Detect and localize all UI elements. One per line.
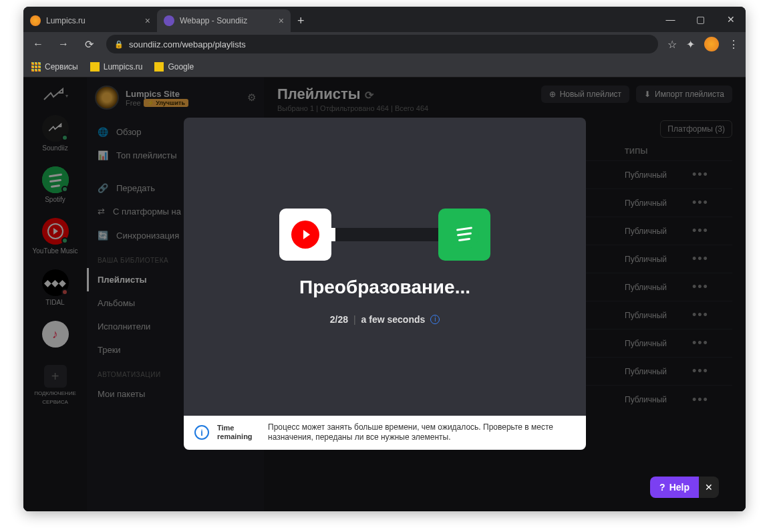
titlebar: Lumpics.ru × Webapp - Soundiiz × + — ▢ ✕: [23, 7, 746, 32]
window-controls: — ▢ ✕: [655, 7, 746, 32]
maximize-button[interactable]: ▢: [685, 7, 716, 32]
bookmark-label: Google: [168, 62, 194, 72]
info-icon: i: [194, 425, 209, 440]
progress-count: 2/28: [330, 314, 348, 325]
bookmark-label: Lumpics.ru: [104, 62, 143, 72]
app-content: ▾ Soundiiz Spotify: [23, 78, 746, 511]
help-button[interactable]: ?Help: [650, 477, 699, 498]
close-icon[interactable]: ×: [145, 15, 150, 26]
eta-text: a few seconds: [361, 314, 426, 325]
bookmark-services[interactable]: Сервисы: [31, 62, 78, 72]
bookmarks-bar: Сервисы Lumpics.ru Google: [23, 56, 746, 78]
star-icon[interactable]: ☆: [667, 38, 677, 51]
spotify-icon: [450, 220, 479, 249]
modal-footer: i Time remaining Процесс может занять бо…: [184, 416, 586, 450]
transfer-visual: [279, 209, 490, 261]
tab-label: Lumpics.ru: [46, 16, 86, 25]
help-close[interactable]: ✕: [699, 477, 719, 498]
tabs: Lumpics.ru × Webapp - Soundiiz × +: [23, 9, 655, 32]
help-icon: ?: [659, 482, 665, 493]
tab-lumpics[interactable]: Lumpics.ru ×: [23, 9, 157, 32]
addr-actions: ☆ ✦ ⋮: [667, 37, 739, 51]
youtube-music-icon: [291, 221, 319, 249]
close-icon[interactable]: ×: [279, 15, 284, 26]
close-button[interactable]: ✕: [716, 7, 746, 32]
folder-icon: [154, 62, 164, 72]
help-label: Help: [669, 482, 689, 493]
modal-subtitle: 2/28 | a few seconds i: [330, 314, 440, 325]
modal-title: Преобразование...: [299, 277, 470, 298]
lock-icon: 🔒: [114, 40, 124, 49]
address-bar: ← → ⟳ 🔒 soundiiz.com/webapp/playlists ☆ …: [23, 32, 746, 56]
profile-avatar[interactable]: [704, 37, 719, 51]
footer-text: Процесс может занять больше времени, чем…: [268, 422, 575, 443]
minimize-button[interactable]: —: [655, 7, 685, 32]
modal-body: Преобразование... 2/28 | a few seconds i: [184, 118, 586, 416]
forward-button[interactable]: →: [55, 38, 71, 50]
url-text: soundiiz.com/webapp/playlists: [129, 39, 246, 49]
progress-bar: [331, 228, 438, 241]
browser-window: Lumpics.ru × Webapp - Soundiiz × + — ▢ ✕…: [23, 7, 746, 511]
extensions-icon[interactable]: ✦: [686, 38, 695, 51]
info-icon[interactable]: i: [430, 315, 440, 324]
folder-icon: [90, 62, 100, 72]
favicon-lumpics: [30, 15, 41, 26]
tab-soundiiz[interactable]: Webapp - Soundiiz ×: [157, 9, 291, 32]
conversion-modal: Преобразование... 2/28 | a few seconds i…: [184, 118, 586, 450]
progress-fill: [331, 228, 335, 241]
favicon-soundiiz: [164, 15, 174, 26]
new-tab-button[interactable]: +: [291, 14, 311, 28]
tab-label: Webapp - Soundiiz: [180, 16, 247, 25]
bookmark-google[interactable]: Google: [154, 62, 194, 72]
reload-button[interactable]: ⟳: [81, 38, 97, 51]
bookmark-label: Сервисы: [45, 62, 78, 72]
source-card: [279, 209, 331, 261]
target-card: [438, 209, 490, 261]
back-button[interactable]: ←: [30, 38, 46, 50]
url-field[interactable]: 🔒 soundiiz.com/webapp/playlists: [106, 35, 658, 53]
help-widget: ?Help ✕: [650, 477, 719, 498]
menu-icon[interactable]: ⋮: [728, 38, 739, 51]
footer-label: Time remaining: [217, 424, 260, 441]
apps-icon: [31, 62, 41, 72]
bookmark-lumpics[interactable]: Lumpics.ru: [90, 62, 143, 72]
